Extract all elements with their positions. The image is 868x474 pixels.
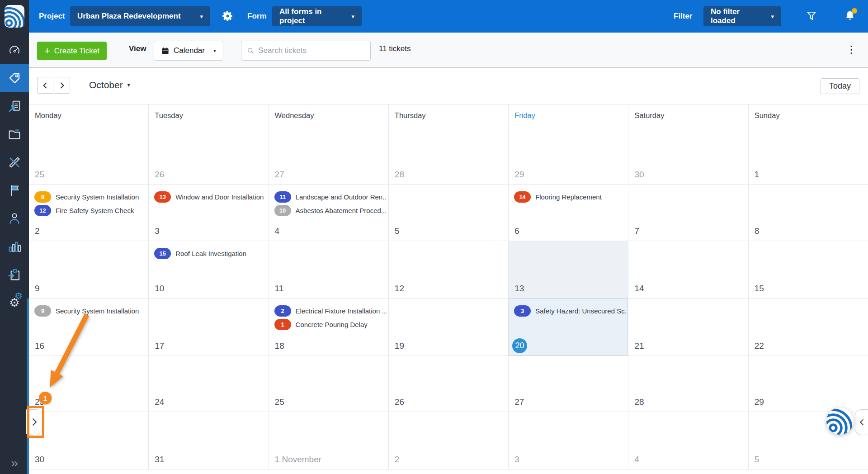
filter-funnel-button[interactable] bbox=[806, 10, 817, 24]
view-select[interactable]: Calendar ▾ bbox=[154, 41, 223, 61]
calendar-cell[interactable]: 8 bbox=[749, 185, 868, 241]
search-input[interactable] bbox=[258, 46, 365, 55]
calendar-cell[interactable]: 31 bbox=[149, 412, 269, 469]
project-settings-button[interactable] bbox=[222, 10, 234, 24]
calendar-cell[interactable]: Saturday30 bbox=[628, 104, 748, 185]
event-title: Electrical Fixture Installation ... bbox=[296, 307, 387, 315]
sidebar-item-forms[interactable] bbox=[0, 92, 29, 120]
ticket-count: 11 tickets bbox=[379, 44, 411, 53]
prev-month-button[interactable] bbox=[37, 77, 53, 94]
calendar-cell[interactable]: 14 bbox=[628, 241, 748, 299]
app-logo[interactable] bbox=[0, 0, 29, 33]
calendar-cell[interactable]: Monday25 bbox=[29, 104, 149, 185]
event-pill[interactable]: 11Landscape and Outdoor Ren... bbox=[274, 190, 387, 204]
calendar-cell[interactable]: 30 bbox=[29, 412, 149, 469]
date-label: 27 bbox=[514, 397, 524, 407]
calendar-cell[interactable]: 15Roof Leak Investigation10 bbox=[149, 241, 269, 299]
sidebar-item-reports[interactable] bbox=[0, 232, 29, 261]
create-ticket-button[interactable]: + Create Ticket bbox=[37, 42, 107, 60]
date-label: 31 bbox=[155, 455, 164, 465]
collapsed-panel-stripe bbox=[27, 299, 29, 474]
view-label: View bbox=[129, 44, 146, 53]
event-pill[interactable]: 14Flooring Replacement bbox=[514, 190, 626, 204]
event-pill[interactable]: 1Concrete Pouring Delay bbox=[274, 318, 387, 331]
collapse-panel-button[interactable] bbox=[855, 409, 868, 435]
event-pill[interactable]: 15Roof Leak Investigation bbox=[154, 246, 266, 260]
date-label: 2 bbox=[35, 226, 40, 236]
sidebar-item-specifications[interactable] bbox=[0, 148, 29, 176]
calendar-cell[interactable]: 24 bbox=[149, 356, 269, 412]
event-list: 3Safety Hazard: Unsecured Sc... bbox=[514, 304, 626, 318]
event-pill[interactable]: 8Security System Installation bbox=[34, 190, 146, 204]
calendar-cell[interactable]: 29 bbox=[749, 356, 868, 412]
event-title: Flooring Replacement bbox=[535, 193, 602, 201]
sidebar-expand-button[interactable]: » bbox=[0, 454, 29, 472]
calendar-icon bbox=[161, 47, 170, 55]
month-select[interactable]: October ▾ bbox=[89, 80, 130, 90]
calendar-cell[interactable]: 7 bbox=[628, 185, 748, 241]
calendar-cell[interactable]: 13 bbox=[509, 241, 628, 299]
event-pill[interactable]: 10Asbestos Abatement Proced... bbox=[274, 204, 387, 217]
project-label: Project bbox=[39, 12, 65, 21]
calendar-cell[interactable]: 5 bbox=[389, 185, 509, 241]
sidebar-item-dashboard[interactable] bbox=[0, 36, 29, 64]
event-pill[interactable]: 2Electrical Fixture Installation ... bbox=[274, 304, 387, 318]
project-select[interactable]: Urban Plaza Redevelopment ▾ bbox=[70, 6, 210, 26]
date-label: 22 bbox=[755, 341, 764, 351]
calendar-cell[interactable]: 1 November bbox=[269, 412, 389, 469]
event-pill[interactable]: 13Window and Door Installation bbox=[154, 190, 266, 204]
date-label: 30 bbox=[634, 170, 644, 180]
calendar-cell[interactable]: 11Landscape and Outdoor Ren...10Asbestos… bbox=[269, 185, 389, 241]
date-label: 1 November bbox=[275, 455, 322, 465]
calendar-cell[interactable]: 17 bbox=[149, 299, 269, 356]
event-pill[interactable]: 12Fire Safety System Check bbox=[34, 204, 146, 217]
fieldwire-support-bubble[interactable] bbox=[826, 407, 854, 435]
calendar-cell[interactable]: 2 bbox=[389, 412, 509, 469]
calendar-cell[interactable]: 11 bbox=[269, 241, 389, 299]
event-list: 13Window and Door Installation bbox=[154, 190, 266, 204]
date-label: 12 bbox=[395, 284, 404, 294]
sidebar-item-files[interactable] bbox=[0, 120, 29, 148]
calendar-cell[interactable]: Tuesday26 bbox=[149, 104, 269, 185]
calendar-cell[interactable]: Wednesday27 bbox=[269, 104, 389, 185]
calendar-week-row: 9Security System Installation16172Electr… bbox=[29, 299, 868, 356]
calendar-cell[interactable]: 8Security System Installation12Fire Safe… bbox=[29, 185, 149, 241]
calendar-cell[interactable]: 13Window and Door Installation3 bbox=[149, 185, 269, 241]
flag-icon bbox=[7, 183, 22, 198]
calendar-cell[interactable]: 19 bbox=[389, 299, 509, 356]
event-title: Asbestos Abatement Proced... bbox=[296, 207, 387, 214]
sidebar-item-punch-list[interactable] bbox=[0, 176, 29, 204]
calendar-cell[interactable]: 22 bbox=[749, 299, 868, 356]
calendar-cell[interactable]: 3 bbox=[509, 412, 628, 469]
calendar-cell[interactable]: Thursday28 bbox=[389, 104, 509, 185]
calendar-cell[interactable]: 12 bbox=[389, 241, 509, 299]
filter-select[interactable]: No filter loaded ▾ bbox=[703, 6, 781, 26]
calendar-cell[interactable]: 3Safety Hazard: Unsecured Sc...20 bbox=[509, 299, 628, 356]
expand-panel-button[interactable] bbox=[26, 409, 42, 434]
calendar-cell[interactable]: 27 bbox=[509, 356, 628, 412]
sidebar-item-people[interactable] bbox=[0, 204, 29, 232]
form-select[interactable]: All forms in project ▾ bbox=[272, 6, 362, 26]
calendar-cell[interactable]: Friday29 bbox=[509, 104, 628, 185]
today-button[interactable]: Today bbox=[821, 78, 859, 94]
sidebar-item-settings[interactable]: ⚙⚙ bbox=[0, 289, 29, 317]
notifications-button[interactable] bbox=[844, 9, 856, 24]
sidebar-item-tasks[interactable] bbox=[0, 64, 29, 92]
more-options-button[interactable]: ⋮ bbox=[845, 40, 857, 60]
event-pill[interactable]: 3Safety Hazard: Unsecured Sc... bbox=[514, 304, 626, 318]
calendar-cell[interactable]: 28 bbox=[628, 356, 748, 412]
calendar-cell[interactable]: 9 bbox=[29, 241, 149, 299]
event-pill[interactable]: 9Security System Installation bbox=[34, 304, 146, 318]
calendar-cell[interactable]: 15 bbox=[749, 241, 868, 299]
calendar-cell[interactable]: Sunday1 bbox=[749, 104, 868, 185]
next-month-button[interactable] bbox=[54, 77, 70, 94]
calendar-cell[interactable]: 14Flooring Replacement6 bbox=[509, 185, 628, 241]
calendar-cell[interactable]: 4 bbox=[628, 412, 748, 469]
calendar-cell[interactable]: 26 bbox=[389, 356, 509, 412]
calendar-cell[interactable]: 21 bbox=[628, 299, 748, 356]
sidebar-item-exports[interactable] bbox=[0, 261, 29, 289]
calendar-cell[interactable]: 25 bbox=[269, 356, 389, 412]
calendar-cell[interactable]: 9Security System Installation16 bbox=[29, 299, 149, 356]
app-header: Project Urban Plaza Redevelopment ▾ Form… bbox=[0, 0, 868, 33]
calendar-cell[interactable]: 2Electrical Fixture Installation ...1Con… bbox=[269, 299, 389, 356]
